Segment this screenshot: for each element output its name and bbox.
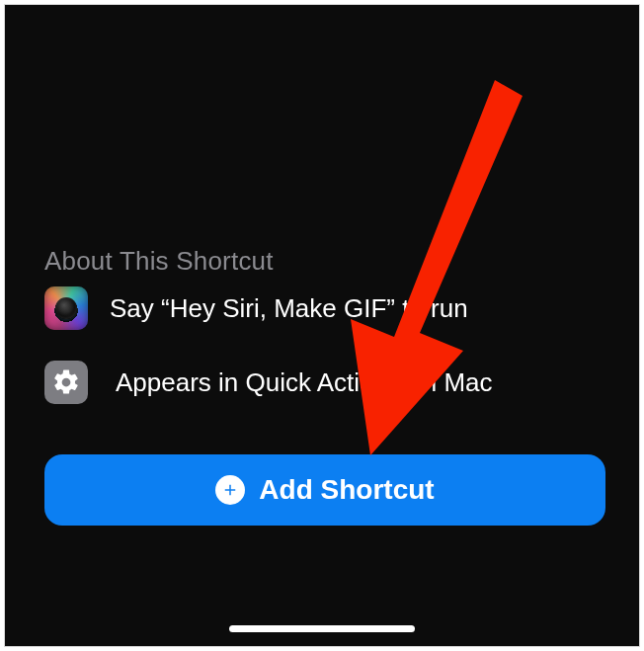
quick-actions-text: Appears in Quick Actions on Mac [116,367,493,398]
plus-circle-icon [215,475,245,505]
siri-icon [44,286,88,330]
add-shortcut-label: Add Shortcut [259,474,434,506]
siri-hint-row: Say “Hey Siri, Make GIF” to run [44,286,468,330]
home-indicator [229,625,415,632]
add-shortcut-button[interactable]: Add Shortcut [44,454,605,526]
shortcut-detail-panel: About This Shortcut Say “Hey Siri, Make … [4,4,640,647]
section-title: About This Shortcut [44,246,274,277]
quick-actions-row: Appears in Quick Actions on Mac [44,361,493,404]
annotation-arrow-icon [347,80,524,475]
gear-icon [44,361,88,404]
siri-hint-text: Say “Hey Siri, Make GIF” to run [110,293,468,324]
